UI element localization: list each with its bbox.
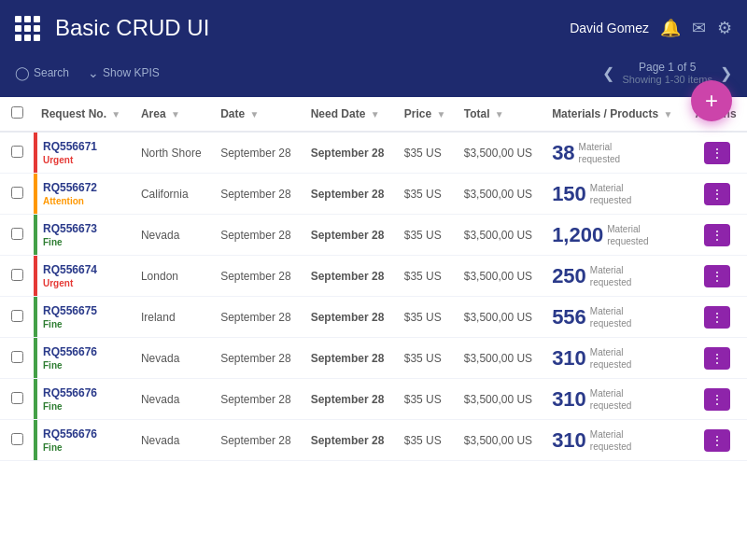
request-number: RQ556675 [43,304,126,317]
request-number: RQ556673 [43,222,126,235]
chevron-down-icon: ⌄ [88,65,99,80]
sub-nav-left: ◯ Search ⌄ Show KPIS [15,65,160,80]
kpis-label: Show KPIS [103,66,160,79]
sort-total-icon[interactable]: ▼ [495,109,504,119]
status-bar [34,420,37,460]
request-status: Fine [43,319,126,329]
materials-count: 1,200 [552,223,603,247]
area-cell: Nevada [134,420,213,461]
sort-price-icon[interactable]: ▼ [436,109,445,119]
actions-cell: ⋮ [688,174,747,215]
request-status: Attention [43,196,126,206]
table-row: RQ556671 Urgent North Shore September 28… [0,132,747,174]
price-cell: $35 US [397,420,457,461]
search-icon: ◯ [15,65,30,80]
row-action-button[interactable]: ⋮ [704,224,730,246]
page-info: Page 1 of 5 [622,61,712,74]
status-bar [34,133,37,173]
date-cell: September 28 [213,215,303,256]
grid-menu-icon[interactable] [15,16,40,41]
materials-count: 310 [552,387,586,412]
next-page-button[interactable]: ❯ [720,64,732,82]
row-action-button[interactable]: ⋮ [704,306,730,329]
sort-date-icon[interactable]: ▼ [250,109,260,119]
mail-icon[interactable]: ✉ [692,18,706,38]
row-action-button[interactable]: ⋮ [704,265,730,287]
row-checkbox-cell [0,215,34,256]
sort-materials-icon[interactable]: ▼ [664,109,673,119]
request-number: RQ556672 [43,181,126,194]
top-navbar: Basic CRUD UI David Gomez 🔔 ✉ ⚙ [0,0,747,56]
col-need-date: Need Date ▼ [303,97,397,132]
bell-icon[interactable]: 🔔 [660,18,681,38]
col-total: Total ▼ [457,97,544,132]
row-checkbox[interactable] [11,433,23,445]
row-checkbox-cell [0,420,34,461]
price-cell: $35 US [397,379,457,420]
need-date-cell: September 28 [303,256,397,297]
sort-need-date-icon[interactable]: ▼ [371,109,380,119]
select-all-checkbox[interactable] [11,106,23,119]
date-cell: September 28 [213,297,303,338]
row-checkbox[interactable] [11,228,23,240]
search-nav-item[interactable]: ◯ Search [15,65,69,80]
table-row: RQ556672 Attention California September … [0,174,747,215]
row-checkbox-cell [0,338,34,379]
need-date-cell: September 28 [303,132,397,174]
request-no-cell: RQ556671 Urgent [34,132,134,174]
add-fab-button[interactable]: + [691,80,732,121]
price-cell: $35 US [397,256,457,297]
materials-cell: 556 Material requested [544,297,687,338]
total-cell: $3,500,00 US [457,379,544,420]
actions-cell: ⋮ [688,420,747,461]
table-row: RQ556673 Fine Nevada September 28 Septem… [0,215,747,256]
requests-table: Request No. ▼ Area ▼ Date ▼ Need Date ▼ … [0,97,747,461]
materials-label: Material requested [590,305,641,329]
nav-right: David Gomez 🔔 ✉ ⚙ [570,18,732,38]
price-cell: $35 US [397,174,457,215]
row-action-button[interactable]: ⋮ [704,429,730,452]
row-checkbox[interactable] [11,187,23,199]
materials-label: Material requested [607,223,658,247]
request-no-cell: RQ556676 Fine [34,420,134,461]
need-date-cell: September 28 [303,338,397,379]
prev-page-button[interactable]: ❮ [602,64,614,82]
materials-label: Material requested [590,387,641,412]
row-checkbox[interactable] [11,146,23,158]
total-cell: $3,500,00 US [457,338,544,379]
sort-area-icon[interactable]: ▼ [171,109,180,119]
date-cell: September 28 [213,420,303,461]
total-cell: $3,500,00 US [457,215,544,256]
request-status: Urgent [43,278,126,288]
row-checkbox[interactable] [11,351,23,363]
request-status: Fine [43,442,126,453]
row-checkbox[interactable] [11,310,23,322]
materials-count: 250 [552,264,586,288]
gear-icon[interactable]: ⚙ [717,18,732,38]
kpis-nav-item[interactable]: ⌄ Show KPIS [88,65,160,80]
user-name: David Gomez [570,21,649,35]
col-area: Area ▼ [134,97,213,132]
materials-cell: 250 Material requested [544,256,687,297]
row-checkbox-cell [0,297,34,338]
row-action-button[interactable]: ⋮ [704,142,730,164]
total-cell: $3,500,00 US [457,297,544,338]
request-no-cell: RQ556673 Fine [34,215,134,256]
row-checkbox[interactable] [11,392,23,404]
row-action-button[interactable]: ⋮ [704,183,730,205]
price-cell: $35 US [397,215,457,256]
price-cell: $35 US [397,338,457,379]
row-checkbox[interactable] [11,269,23,281]
sub-navbar: ◯ Search ⌄ Show KPIS ❮ Page 1 of 5 Showi… [0,56,747,97]
row-checkbox-cell [0,174,34,215]
row-action-button[interactable]: ⋮ [704,347,730,370]
sort-request-no-icon[interactable]: ▼ [111,109,120,119]
date-cell: September 28 [213,174,303,215]
need-date-cell: September 28 [303,215,397,256]
total-cell: $3,500,00 US [457,174,544,215]
price-cell: $35 US [397,297,457,338]
row-action-button[interactable]: ⋮ [704,388,730,411]
col-price: Price ▼ [397,97,457,132]
request-number: RQ556671 [43,140,126,153]
actions-cell: ⋮ [688,379,747,420]
